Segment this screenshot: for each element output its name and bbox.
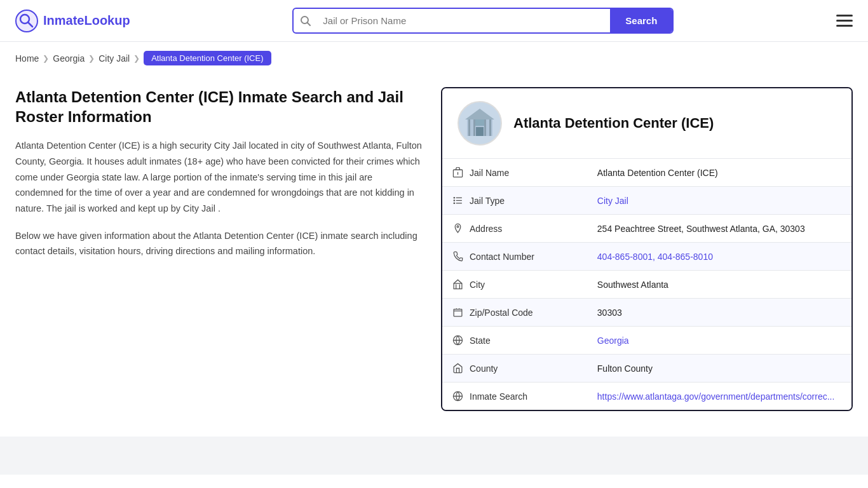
row-value-cell[interactable]: Georgia — [587, 327, 851, 355]
row-link[interactable]: City Jail — [597, 196, 628, 206]
row-value-cell: Southwest Atlanta — [587, 271, 851, 299]
breadcrumb-active: Atlanta Detention Center (ICE) — [144, 51, 271, 65]
table-row: CountyFulton County — [442, 355, 851, 383]
menu-button[interactable] — [836, 15, 853, 27]
row-label-cell: Jail Type — [442, 187, 587, 215]
svg-point-18 — [454, 198, 454, 198]
logo-text: InmateLookup — [43, 13, 130, 28]
logo[interactable]: InmateLookup — [15, 10, 130, 32]
breadcrumb-city-jail[interactable]: City Jail — [98, 53, 130, 64]
svg-rect-6 — [475, 119, 485, 126]
svg-rect-8 — [476, 127, 484, 136]
info-table: Jail NameAtlanta Detention Center (ICE)J… — [442, 159, 851, 410]
row-value-cell: Fulton County — [587, 355, 851, 383]
svg-rect-22 — [454, 283, 462, 289]
table-row: Inmate Searchhttps://www.atlantaga.gov/g… — [442, 383, 851, 410]
list-icon: Jail Type — [452, 195, 577, 206]
footer-bar — [0, 437, 868, 475]
row-link[interactable]: Georgia — [597, 336, 629, 346]
chevron-icon: ❯ — [133, 54, 140, 63]
chevron-icon: ❯ — [43, 54, 49, 63]
left-column: Atlanta Detention Center (ICE) Inmate Se… — [15, 87, 422, 271]
city-icon: City — [452, 279, 577, 290]
row-label-cell: County — [442, 355, 587, 383]
row-label-cell: Zip/Postal Code — [442, 299, 587, 327]
search-icon — [294, 15, 318, 27]
table-row: Jail NameAtlanta Detention Center (ICE) — [442, 159, 851, 187]
svg-rect-12 — [484, 119, 486, 136]
header: InmateLookup Search — [0, 0, 868, 42]
row-link[interactable]: 404-865-8001, 404-865-8010 — [597, 252, 713, 262]
location-icon: Address — [452, 223, 577, 234]
table-row: Jail TypeCity Jail — [442, 187, 851, 215]
row-value-cell[interactable]: City Jail — [587, 187, 851, 215]
table-row: Address254 Peachtree Street, Southwest A… — [442, 215, 851, 243]
row-label-cell: State — [442, 327, 587, 355]
info-card: Atlanta Detention Center (ICE) Jail Name… — [441, 87, 853, 411]
svg-rect-9 — [468, 119, 470, 136]
breadcrumb: Home ❯ Georgia ❯ City Jail ❯ Atlanta Det… — [0, 42, 868, 74]
description-2: Below we have given information about th… — [15, 228, 422, 259]
table-row: Contact Number404-865-8001, 404-865-8010 — [442, 243, 851, 271]
svg-point-20 — [454, 203, 454, 203]
search-button[interactable]: Search — [610, 9, 672, 32]
state-icon: State — [452, 335, 577, 346]
facility-building-icon — [462, 105, 498, 141]
chevron-icon: ❯ — [88, 54, 95, 63]
svg-rect-23 — [454, 309, 462, 316]
row-label-cell: Inmate Search — [442, 383, 587, 410]
svg-point-0 — [16, 10, 37, 32]
zip-icon: Zip/Postal Code — [452, 307, 577, 318]
svg-point-19 — [454, 200, 454, 201]
row-label-cell: Contact Number — [442, 243, 587, 271]
search-area: Search — [292, 8, 674, 34]
row-label-cell: Jail Name — [442, 159, 587, 187]
card-header: Atlanta Detention Center (ICE) — [442, 88, 851, 159]
row-value-cell: Atlanta Detention Center (ICE) — [587, 159, 851, 187]
svg-line-4 — [308, 22, 311, 25]
globe-icon: Inmate Search — [452, 391, 577, 402]
row-value-cell: 30303 — [587, 299, 851, 327]
breadcrumb-georgia[interactable]: Georgia — [53, 53, 85, 64]
svg-rect-10 — [489, 119, 491, 136]
row-value-cell[interactable]: 404-865-8001, 404-865-8010 — [587, 243, 851, 271]
jail-icon: Jail Name — [452, 167, 577, 178]
svg-point-21 — [457, 226, 459, 227]
breadcrumb-home[interactable]: Home — [15, 53, 39, 64]
row-value-cell[interactable]: https://www.atlantaga.gov/government/dep… — [587, 383, 851, 410]
logo-icon — [15, 10, 38, 32]
table-row: StateGeorgia — [442, 327, 851, 355]
main-content: Atlanta Detention Center (ICE) Inmate Se… — [0, 74, 868, 437]
row-label-cell: Address — [442, 215, 587, 243]
row-link[interactable]: https://www.atlantaga.gov/government/dep… — [597, 391, 835, 402]
row-value-cell: 254 Peachtree Street, Southwest Atlanta,… — [587, 215, 851, 243]
search-wrapper: Search — [292, 8, 674, 34]
card-title: Atlanta Detention Center (ICE) — [513, 115, 714, 132]
table-row: Zip/Postal Code30303 — [442, 299, 851, 327]
page-title: Atlanta Detention Center (ICE) Inmate Se… — [15, 87, 422, 126]
description-1: Atlanta Detention Center (ICE) is a high… — [15, 138, 422, 216]
search-input[interactable] — [318, 9, 610, 32]
county-icon: County — [452, 363, 577, 374]
svg-marker-7 — [465, 109, 494, 119]
row-label-cell: City — [442, 271, 587, 299]
facility-avatar — [458, 101, 502, 146]
phone-icon: Contact Number — [452, 251, 577, 262]
svg-rect-11 — [473, 119, 475, 136]
table-row: CitySouthwest Atlanta — [442, 271, 851, 299]
